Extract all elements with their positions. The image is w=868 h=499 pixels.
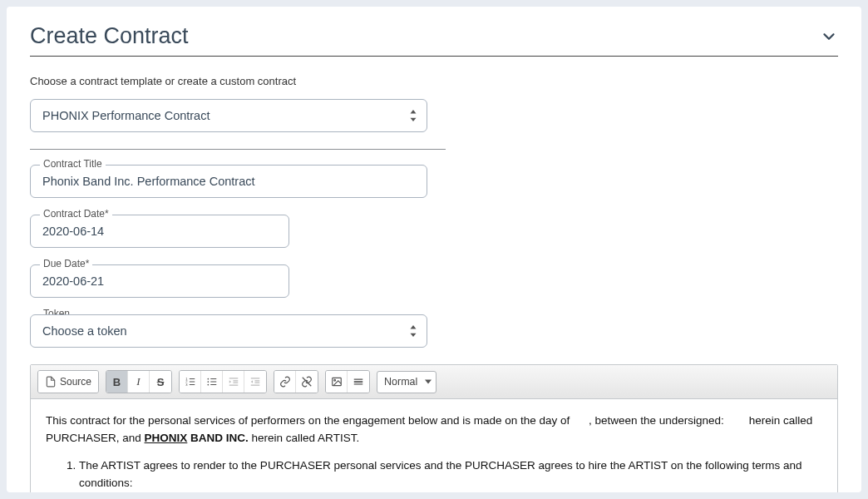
template-field: PHONIX Performance Contract: [30, 99, 427, 132]
strike-button[interactable]: S: [150, 371, 171, 393]
link-icon: [279, 376, 291, 388]
editor-text: This contract for the personal services …: [46, 414, 570, 427]
due-date-field: Due Date*: [30, 264, 289, 298]
artist-sentence: herein called ARTIST.: [249, 432, 359, 444]
toolbar-group-source: Source: [37, 370, 99, 393]
source-label: Source: [60, 376, 91, 388]
chevron-down-icon[interactable]: [820, 27, 838, 46]
svg-point-15: [207, 384, 209, 386]
bold-button[interactable]: B: [106, 371, 128, 393]
band-suffix: BAND INC.: [187, 432, 249, 444]
format-select-wrap: Normal: [377, 371, 436, 393]
toolbar-group-link: [274, 370, 318, 393]
template-select[interactable]: PHONIX Performance Contract: [30, 99, 427, 132]
ol1-text: The ARTIST agrees to render to the PURCH…: [79, 459, 801, 489]
contract-title-label: Contract Title: [40, 158, 106, 170]
svg-point-14: [207, 381, 209, 383]
token-field: Token Choose a token: [30, 314, 427, 348]
outdent-button[interactable]: [223, 371, 244, 393]
indent-button[interactable]: [244, 371, 266, 393]
contract-date-input[interactable]: [30, 215, 289, 248]
svg-marker-20: [229, 380, 230, 383]
header-row: Create Contract: [30, 23, 838, 57]
svg-text:3: 3: [185, 383, 188, 387]
contract-date-field: Contract Date*: [30, 215, 289, 248]
image-icon: [331, 376, 343, 388]
indent-icon: [249, 376, 261, 388]
unordered-list-button[interactable]: [201, 371, 223, 393]
italic-button[interactable]: I: [128, 371, 150, 393]
create-contract-card: Create Contract Choose a contract templa…: [7, 7, 861, 492]
editor-content[interactable]: This contract for the personal services …: [31, 399, 837, 492]
link-button[interactable]: [274, 371, 296, 393]
contract-title-input[interactable]: [30, 165, 427, 198]
toolbar-group-list: 123: [179, 370, 267, 393]
list-item: The ARTIST agrees to render to the PURCH…: [79, 457, 822, 492]
hr-icon: [353, 376, 364, 388]
format-select[interactable]: Normal: [377, 371, 436, 393]
editor-toolbar: Source B I S 123: [31, 365, 837, 399]
toolbar-group-insert: [325, 370, 370, 393]
hr-button[interactable]: [348, 371, 369, 393]
due-date-input[interactable]: [30, 264, 289, 298]
outdent-icon: [228, 376, 239, 388]
rich-text-editor: Source B I S 123: [30, 364, 838, 492]
image-button[interactable]: [326, 371, 348, 393]
band-name: PHONIX: [145, 432, 188, 444]
contract-date-label: Contract Date*: [40, 208, 112, 220]
contract-title-field: Contract Title: [30, 165, 427, 198]
page-title: Create Contract: [30, 23, 189, 49]
unlink-button[interactable]: [296, 371, 318, 393]
unlink-icon: [301, 376, 313, 388]
subtitle-text: Choose a contract template or create a c…: [30, 75, 838, 87]
ordered-list-icon: 123: [185, 376, 196, 388]
source-button[interactable]: Source: [38, 371, 98, 393]
editor-text: , between the undersigned:: [589, 414, 724, 427]
toolbar-group-format: B I S: [106, 370, 172, 393]
svg-marker-25: [251, 380, 253, 383]
ordered-list-button[interactable]: 123: [180, 371, 201, 393]
due-date-label: Due Date*: [40, 258, 92, 269]
doc-icon: [45, 376, 57, 388]
svg-point-13: [207, 378, 209, 380]
svg-point-28: [333, 379, 335, 381]
divider: [30, 149, 446, 150]
unordered-list-icon: [206, 376, 218, 388]
token-select[interactable]: Choose a token: [30, 314, 427, 348]
